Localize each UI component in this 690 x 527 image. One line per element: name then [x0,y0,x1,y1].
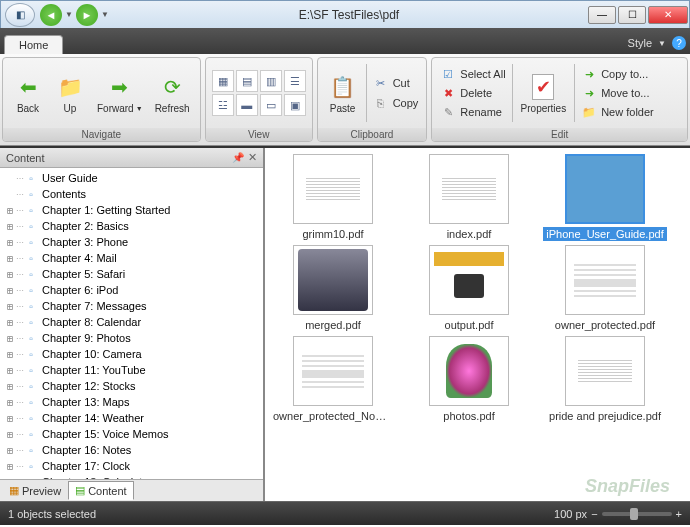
expand-icon[interactable]: ⊞ [4,381,16,392]
back-history-dropdown[interactable]: ▼ [65,10,73,19]
tree-item[interactable]: ⊞⋯▫Chapter 6: iPod [0,282,263,298]
file-item[interactable]: grimm10.pdf [269,154,397,241]
new-folder-button[interactable]: 📁New folder [577,103,658,121]
expand-icon[interactable]: ⊞ [4,253,16,264]
tab-content[interactable]: ▤Content [68,481,134,500]
app-menu-button[interactable]: ◧ [5,3,35,27]
view-content[interactable]: ▭ [260,94,282,116]
expand-icon[interactable]: ⊞ [4,317,16,328]
tree-item[interactable]: ⊞⋯▫Chapter 4: Mail [0,250,263,266]
style-dropdown-icon[interactable]: ▼ [658,39,666,48]
close-panel-icon[interactable]: ✕ [248,151,257,164]
move-to-button[interactable]: ➜Move to... [577,84,658,102]
cut-button[interactable]: ✂Cut [369,74,423,92]
tab-home[interactable]: Home [4,35,63,54]
nav-back-button[interactable]: ◄ [40,4,62,26]
content-tree[interactable]: ⋯▫User Guide⋯▫Contents⊞⋯▫Chapter 1: Gett… [0,168,263,479]
view-large-icons[interactable]: ▦ [212,70,234,92]
tree-item[interactable]: ⊞⋯▫Chapter 16: Notes [0,442,263,458]
expand-icon[interactable]: ⊞ [4,349,16,360]
file-item[interactable]: photos.pdf [405,336,533,423]
refresh-button[interactable]: ⟳ Refresh [149,71,196,116]
tree-connector: ⋯ [16,430,24,439]
style-menu[interactable]: Style [628,37,652,49]
select-all-button[interactable]: ☑Select All [436,65,509,83]
copy-to-button[interactable]: ➜Copy to... [577,65,658,83]
file-item[interactable]: pride and prejudice.pdf [541,336,669,423]
copy-button[interactable]: ⎘Copy [369,94,423,112]
tree-connector: ⋯ [16,174,24,183]
expand-icon[interactable]: ⊞ [4,413,16,424]
expand-icon[interactable]: ⊞ [4,285,16,296]
expand-icon[interactable]: ⊞ [4,301,16,312]
tree-item[interactable]: ⊞⋯▫Chapter 5: Safari [0,266,263,282]
tree-item[interactable]: ⊞⋯▫Chapter 8: Calendar [0,314,263,330]
expand-icon[interactable]: ⊞ [4,269,16,280]
zoom-out-icon[interactable]: − [591,508,597,520]
file-name: grimm10.pdf [299,227,366,241]
close-button[interactable]: ✕ [648,6,688,24]
tree-item[interactable]: ⊞⋯▫Chapter 1: Getting Started [0,202,263,218]
up-button[interactable]: 📁 Up [49,71,91,116]
view-small-icons[interactable]: ▥ [260,70,282,92]
view-thumbnails[interactable]: ▣ [284,94,306,116]
tree-item[interactable]: ⊞⋯▫Chapter 3: Phone [0,234,263,250]
tree-item[interactable]: ⊞⋯▫Chapter 14: Weather [0,410,263,426]
forward-history-dropdown[interactable]: ▼ [101,10,109,19]
view-list[interactable]: ☰ [284,70,306,92]
pin-icon[interactable]: 📌 [232,152,244,163]
expand-icon[interactable]: ⊞ [4,237,16,248]
back-button[interactable]: ⬅ Back [7,71,49,116]
tree-item[interactable]: ⋯▫User Guide [0,170,263,186]
expand-icon[interactable]: ⊞ [4,429,16,440]
maximize-button[interactable]: ☐ [618,6,646,24]
zoom-control[interactable]: 100 px − + [554,508,682,520]
tree-item[interactable]: ⊞⋯▫Chapter 13: Maps [0,394,263,410]
minimize-button[interactable]: — [588,6,616,24]
expand-icon[interactable]: ⊞ [4,333,16,344]
file-thumbnail [293,154,373,224]
tree-item-label: Chapter 9: Photos [42,332,131,344]
tab-preview[interactable]: ▦Preview [2,481,68,500]
copy-icon: ⎘ [373,95,389,111]
expand-icon[interactable]: ⊞ [4,461,16,472]
file-item[interactable]: output.pdf [405,245,533,332]
tree-item[interactable]: ⊞⋯▫Chapter 12: Stocks [0,378,263,394]
page-icon: ▫ [24,396,38,408]
tree-item[interactable]: ⊞⋯▫Chapter 9: Photos [0,330,263,346]
expand-icon[interactable]: ⊞ [4,221,16,232]
file-item[interactable]: owner_protected.pdf [541,245,669,332]
forward-button[interactable]: ➡ Forward▼ [91,71,149,116]
tree-item[interactable]: ⋯▫Contents [0,186,263,202]
file-item[interactable]: index.pdf [405,154,533,241]
view-medium-icons[interactable]: ▤ [236,70,258,92]
tree-item[interactable]: ⊞⋯▫Chapter 17: Clock [0,458,263,474]
rename-button[interactable]: ✎Rename [436,103,509,121]
view-details[interactable]: ☳ [212,94,234,116]
tree-item[interactable]: ⊞⋯▫Chapter 2: Basics [0,218,263,234]
view-tiles[interactable]: ▬ [236,94,258,116]
expand-icon[interactable]: ⊞ [4,397,16,408]
tree-item[interactable]: ⊞⋯▫Chapter 10: Camera [0,346,263,362]
expand-icon[interactable]: ⊞ [4,365,16,376]
file-item[interactable]: merged.pdf [269,245,397,332]
expand-icon[interactable]: ⊞ [4,445,16,456]
file-item[interactable]: owner_protected_NoRes... [269,336,397,423]
help-button[interactable]: ? [672,36,686,50]
tree-item[interactable]: ⊞⋯▫Chapter 7: Messages [0,298,263,314]
tree-item[interactable]: ⊞⋯▫Chapter 11: YouTube [0,362,263,378]
tree-item-label: Chapter 11: YouTube [42,364,146,376]
nav-forward-button[interactable]: ► [76,4,98,26]
zoom-thumb[interactable] [630,508,638,520]
expand-icon[interactable]: ⊞ [4,205,16,216]
file-name: owner_protected.pdf [552,318,658,332]
file-pane[interactable]: grimm10.pdfindex.pdfiPhone_User_Guide.pd… [265,148,690,501]
delete-button[interactable]: ✖Delete [436,84,509,102]
tree-item[interactable]: ⊞⋯▫Chapter 15: Voice Memos [0,426,263,442]
file-item[interactable]: iPhone_User_Guide.pdf [541,154,669,241]
cut-icon: ✂ [373,75,389,91]
zoom-in-icon[interactable]: + [676,508,682,520]
properties-button[interactable]: ✔ Properties [515,71,573,116]
zoom-slider[interactable] [602,512,672,516]
paste-button[interactable]: 📋 Paste [322,71,364,116]
